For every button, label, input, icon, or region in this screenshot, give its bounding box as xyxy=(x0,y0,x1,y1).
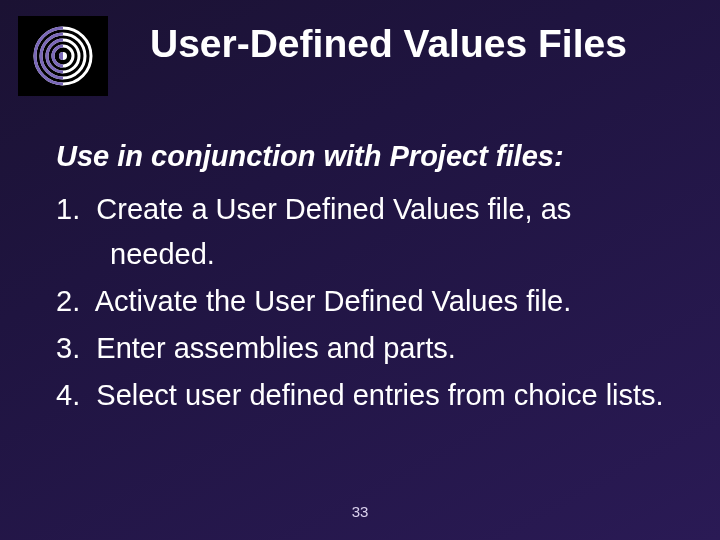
lead-text: Use in conjunction with Project files: xyxy=(56,140,680,173)
list-item: 3. Enter assemblies and parts. xyxy=(56,326,680,371)
steps-list: 1. Create a User Defined Values file, as… xyxy=(56,187,680,418)
list-item: 2. Activate the User Defined Values file… xyxy=(56,279,680,324)
slide-title: User-Defined Values Files xyxy=(150,22,690,66)
concentric-circles-icon xyxy=(28,26,98,86)
list-item: 4. Select user defined entries from choi… xyxy=(56,373,680,418)
slide-body: Use in conjunction with Project files: 1… xyxy=(56,140,680,420)
list-item: 1. Create a User Defined Values file, as… xyxy=(56,187,680,277)
page-number: 33 xyxy=(0,503,720,520)
logo xyxy=(18,16,108,96)
